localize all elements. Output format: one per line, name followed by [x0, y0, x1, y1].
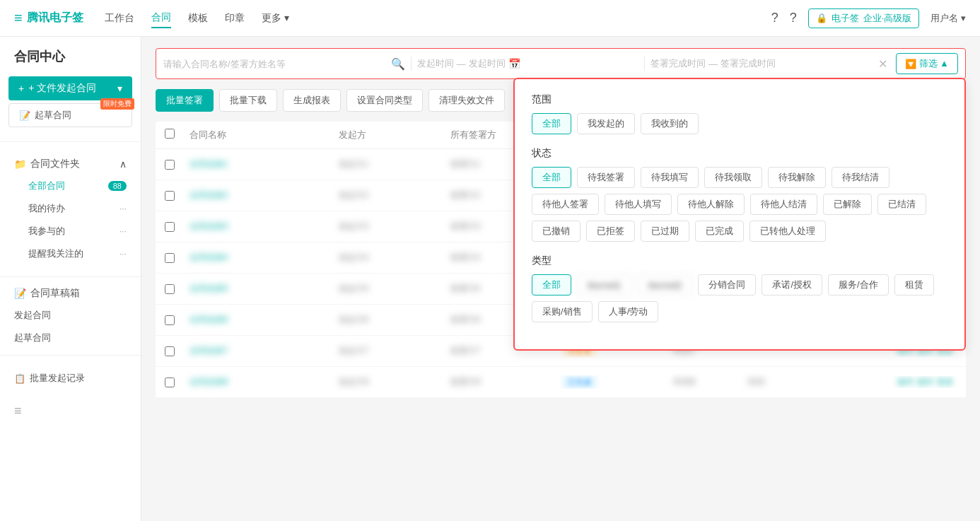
sidebar-item-my-participated[interactable]: 我参与的 ··· [14, 220, 127, 242]
search-bar: 🔍 发起时间 — 发起时间 📅 签署完成时间 — 签署完成时间 ✕ 🔽 筛选 ▲ [156, 48, 966, 79]
sidebar-item-my-pending[interactable]: 我的待办 ··· [14, 197, 127, 220]
filter-button[interactable]: 🔽 筛选 ▲ [896, 53, 958, 74]
filter-status-tag-8[interactable]: 待他人解除 [677, 194, 745, 215]
draft-contract-btn[interactable]: 📝 起草合同 限时免费 [8, 103, 132, 127]
filter-type-tag-5[interactable]: 服务/合作 [828, 274, 889, 295]
sidebar-item-draft-contract[interactable]: 起草合同 [14, 327, 127, 349]
row-checkbox-3[interactable] [165, 253, 175, 263]
filter-status-tag-14[interactable]: 已过期 [641, 221, 689, 242]
row-checkbox-col [156, 315, 184, 325]
start-date-input[interactable]: 发起时间 — 发起时间 📅 [417, 57, 639, 70]
nav-more[interactable]: 更多 ▾ [262, 9, 289, 28]
row-contract-name-7[interactable]: 合同名称8 [184, 376, 333, 388]
filter-status-tag-0[interactable]: 全部 [532, 167, 571, 188]
filter-status-tag-12[interactable]: 已撤销 [532, 221, 581, 242]
row-initiator-0: 发起方1 [333, 158, 445, 170]
sidebar-item-launch-contract[interactable]: 发起合同 [14, 304, 127, 327]
filter-status-tag-16[interactable]: 已转他人处理 [749, 221, 826, 242]
row-checkbox-1[interactable] [165, 191, 175, 201]
filter-type-tag-2[interactable]: blurred2 [638, 274, 693, 295]
filter-status-tag-4[interactable]: 待我解除 [768, 167, 826, 188]
row-action-btn-7[interactable]: 操作 [897, 376, 914, 388]
nav-seal[interactable]: 印章 [225, 9, 245, 28]
filter-range-tag-1[interactable]: 我发起的 [577, 113, 635, 134]
row-checkbox-6[interactable] [165, 346, 175, 356]
row-contract-name-6[interactable]: 合同名称7 [184, 345, 333, 357]
user-badge-icon: 🔒 [816, 13, 827, 23]
sidebar-folder-header[interactable]: 📁 合同文件夹 ∧ [14, 153, 127, 175]
search-icon[interactable]: 🔍 [391, 57, 405, 71]
help-icon-2[interactable]: ? [790, 11, 797, 25]
filter-status-tag-7[interactable]: 待他人填写 [605, 194, 672, 215]
filter-status-tag-1[interactable]: 待我签署 [577, 167, 635, 188]
sidebar-drafts-header[interactable]: 📝 合同草稿箱 [14, 283, 127, 304]
filter-range-section: 范围 全部我发起的我收到的 [532, 93, 947, 134]
generate-report-btn[interactable]: 生成报表 [283, 89, 341, 112]
filter-status-tag-15[interactable]: 已完成 [695, 221, 744, 242]
batch-sign-btn[interactable]: 批量签署 [156, 89, 214, 112]
user-badge[interactable]: 🔒 电子签 企业·高级版 [808, 8, 920, 28]
sidebar-item-batch-records[interactable]: 📋 批量发起记录 [14, 367, 127, 390]
sidebar-batch-section: 📋 批量发起记录 [0, 361, 141, 395]
row-contract-name-2[interactable]: 合同名称3 [184, 221, 333, 233]
username[interactable]: 用户名 ▾ [931, 12, 966, 25]
row-action-btn3-7[interactable]: 更多 [937, 376, 954, 388]
filter-status-tag-9[interactable]: 待他人结清 [750, 194, 817, 215]
filter-range-tag-2[interactable]: 我收到的 [641, 113, 699, 134]
folder-label: 合同文件夹 [30, 158, 80, 170]
filter-type-tag-8[interactable]: 人事/劳动 [598, 301, 659, 322]
filter-type-tag-4[interactable]: 承诺/授权 [762, 274, 822, 295]
nav-template[interactable]: 模板 [188, 9, 208, 28]
sidebar-item-all-contracts[interactable]: 全部合同 88 [14, 175, 127, 197]
header-checkbox-col [156, 129, 184, 141]
clear-invalid-btn[interactable]: 清理失效文件 [428, 89, 505, 112]
select-all-checkbox[interactable] [165, 129, 175, 139]
sidebar-item-my-watched[interactable]: 提醒我关注的 ··· [14, 242, 127, 265]
filter-status-section: 状态 全部待我签署待我填写待我领取待我解除待我结清待他人签署待他人填写待他人解除… [532, 147, 947, 242]
filter-type-tag-0[interactable]: 全部 [532, 274, 571, 295]
row-checkbox-5[interactable] [165, 315, 175, 325]
nav-workbench[interactable]: 工作台 [105, 9, 134, 28]
filter-status-tag-10[interactable]: 已解除 [823, 194, 872, 215]
row-checkbox-2[interactable] [165, 222, 175, 232]
filter-status-tag-6[interactable]: 待他人签署 [532, 194, 599, 215]
row-contract-name-1[interactable]: 合同名称2 [184, 189, 333, 201]
filter-label: 筛选 ▲ [919, 57, 949, 70]
filter-status-tag-2[interactable]: 待我填写 [641, 167, 699, 188]
filter-type-tag-1[interactable]: blurred1 [577, 274, 632, 295]
filter-type-tag-6[interactable]: 租赁 [894, 274, 934, 295]
filter-type-tag-3[interactable]: 分销合同 [698, 274, 756, 295]
filter-status-tag-3[interactable]: 待我领取 [704, 167, 762, 188]
sign-date-input[interactable]: 签署完成时间 — 签署完成时间 [651, 57, 873, 70]
row-contract-name-4[interactable]: 合同名称5 [184, 283, 333, 295]
filter-status-tag-11[interactable]: 已结清 [877, 194, 926, 215]
filter-type-section: 类型 全部blurred1blurred2分销合同承诺/授权服务/合作租赁采购/… [532, 254, 947, 322]
filter-range-tag-0[interactable]: 全部 [532, 113, 571, 134]
row-checkbox-0[interactable] [165, 160, 175, 170]
row-contract-name-5[interactable]: 合同名称6 [184, 314, 333, 326]
nav-contract[interactable]: 合同 [151, 8, 171, 28]
row-action-btn2-7[interactable]: 操作 [917, 376, 934, 388]
drafts-label: 合同草稿箱 [30, 287, 80, 300]
help-icon-1[interactable]: ? [771, 11, 778, 25]
my-pending-label: 我的待办 [28, 202, 65, 215]
sidebar-collapse-btn[interactable]: ≡ [0, 395, 141, 427]
row-initiator-1: 发起方2 [333, 189, 445, 201]
filter-range-title: 范围 [532, 93, 947, 106]
filter-type-tag-7[interactable]: 采购/销售 [532, 301, 593, 322]
file-launch-btn[interactable]: + + 文件发起合同 ▾ [8, 76, 132, 100]
filter-status-tag-13[interactable]: 已拒签 [586, 221, 635, 242]
filter-status-tag-5[interactable]: 待我结清 [832, 167, 889, 188]
search-input[interactable] [163, 59, 385, 69]
collapse-icon: ≡ [14, 404, 22, 418]
set-contract-type-btn[interactable]: 设置合同类型 [346, 89, 423, 112]
row-checkbox-4[interactable] [165, 284, 175, 294]
enterprise-label: 企业·高级版 [863, 12, 912, 25]
row-signers-7: 签署方8 [445, 376, 556, 388]
clear-icon[interactable]: ✕ [878, 57, 887, 71]
row-contract-name-3[interactable]: 合同名称4 [184, 252, 333, 264]
logo[interactable]: ≡ 腾讯电子签 [14, 10, 83, 26]
batch-download-btn[interactable]: 批量下载 [219, 89, 277, 112]
row-contract-name-0[interactable]: 合同名称1 [184, 158, 333, 170]
row-checkbox-7[interactable] [165, 377, 175, 387]
